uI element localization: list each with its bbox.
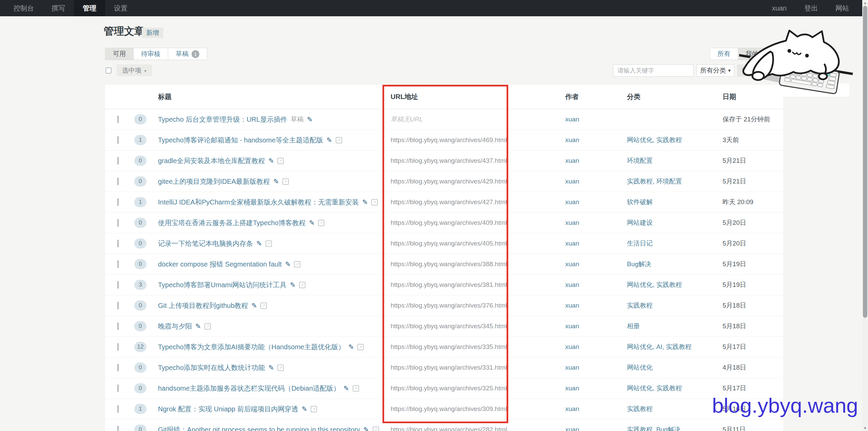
category-links[interactable]: 网站优化, 实践教程: [627, 136, 723, 144]
category-links[interactable]: 网站建设: [627, 218, 723, 227]
external-link-icon[interactable]: ↗: [353, 385, 359, 392]
comment-count-badge[interactable]: 1: [134, 404, 146, 414]
post-title-link[interactable]: Git 上传项目教程到github教程: [158, 301, 248, 310]
external-link-icon[interactable]: ↗: [265, 240, 272, 247]
filter-submit-button[interactable]: 筛选: [737, 64, 760, 77]
post-title-link[interactable]: Typecho添加实时在线人数统计功能: [158, 363, 265, 372]
external-link-icon[interactable]: ↗: [277, 365, 284, 371]
category-links[interactable]: 网站优化, 实践教程: [627, 384, 723, 393]
nav-item[interactable]: 管理: [74, 0, 105, 16]
row-checkbox[interactable]: [117, 157, 119, 164]
add-post-button[interactable]: 新增: [142, 27, 163, 38]
category-select[interactable]: 所有分类 ▾: [696, 64, 734, 77]
row-checkbox[interactable]: [117, 136, 119, 144]
external-link-icon[interactable]: ↗: [294, 261, 300, 268]
author-link[interactable]: xuan: [565, 240, 579, 247]
category-links[interactable]: 环境配置: [627, 156, 723, 165]
edit-pencil-icon[interactable]: ✎: [363, 426, 369, 431]
post-title-link[interactable]: IntelliJ IDEA和PyCharm全家桶最新版永久破解教程：无需重新安装: [158, 198, 359, 207]
category-links[interactable]: 网站优化, 实践教程: [627, 280, 723, 289]
external-link-icon[interactable]: ↗: [204, 323, 211, 330]
post-title-link[interactable]: Typecho博客评论邮箱通知 - handsome等全主题适配版: [158, 136, 323, 145]
edit-pencil-icon[interactable]: ✎: [269, 364, 274, 372]
row-checkbox[interactable]: [117, 178, 119, 185]
edit-pencil-icon[interactable]: ✎: [273, 177, 279, 185]
author-link[interactable]: xuan: [565, 136, 579, 143]
comment-count-badge[interactable]: 0: [134, 425, 146, 431]
scrollbar-down-arrow[interactable]: ▼: [862, 425, 868, 431]
row-checkbox[interactable]: [117, 240, 119, 247]
author-link[interactable]: xuan: [565, 260, 579, 268]
post-title-link[interactable]: 记录一下给笔记本电脑换内存条: [158, 239, 253, 248]
category-links[interactable]: 软件破解: [627, 198, 723, 207]
row-checkbox[interactable]: [117, 116, 119, 123]
author-link[interactable]: xuan: [565, 178, 579, 185]
row-checkbox[interactable]: [117, 281, 119, 289]
comment-count-badge[interactable]: 0: [134, 156, 146, 166]
author-link[interactable]: xuan: [565, 281, 579, 288]
category-links[interactable]: 实践教程: [627, 301, 723, 310]
category-links[interactable]: 实践教程, Bug解决: [627, 425, 723, 431]
row-checkbox[interactable]: [117, 364, 119, 371]
row-checkbox[interactable]: [117, 219, 119, 227]
row-checkbox[interactable]: [117, 322, 119, 330]
nav-item[interactable]: 网站: [827, 0, 858, 16]
edit-pencil-icon[interactable]: ✎: [343, 384, 349, 392]
category-links[interactable]: 生活日记: [627, 239, 723, 248]
comment-count-badge[interactable]: 1: [134, 135, 146, 145]
external-link-icon[interactable]: ↗: [371, 199, 378, 205]
comment-count-badge[interactable]: 0: [134, 238, 146, 249]
scope-tab[interactable]: 所有: [710, 48, 738, 60]
post-title-link[interactable]: Ngrok 配置：实现 Uniapp 前后端项目内网穿透: [158, 405, 298, 414]
nav-item[interactable]: 撰写: [43, 0, 74, 16]
edit-pencil-icon[interactable]: ✎: [285, 260, 291, 268]
comment-count-badge[interactable]: 0: [134, 363, 146, 373]
external-link-icon[interactable]: ↗: [311, 406, 317, 412]
external-link-icon[interactable]: ↗: [277, 158, 284, 164]
author-link[interactable]: xuan: [565, 322, 579, 330]
post-title-link[interactable]: handsome主题添加服务器状态栏实现代码（Debian适配版）: [158, 384, 340, 393]
edit-pencil-icon[interactable]: ✎: [348, 343, 354, 351]
author-link[interactable]: xuan: [565, 302, 579, 309]
comment-count-badge[interactable]: 0: [134, 218, 146, 228]
post-title-link[interactable]: docker compose 报错 Segmentation fault: [158, 260, 282, 269]
external-link-icon[interactable]: ↗: [260, 302, 267, 309]
category-links[interactable]: 实践教程, 环境配置: [627, 177, 723, 186]
post-title-link[interactable]: Typecho 后台文章管理升级：URL显示插件: [158, 115, 287, 124]
comment-count-badge[interactable]: 0: [134, 114, 146, 124]
category-links[interactable]: 相册: [627, 322, 723, 331]
post-title-link[interactable]: Typecho博客为文章添加AI摘要功能（Handsome主题优化版）: [158, 342, 345, 352]
post-title-link[interactable]: 使用宝塔在香港云服务器上搭建Typecho博客教程: [158, 218, 306, 228]
edit-pencil-icon[interactable]: ✎: [301, 405, 307, 413]
row-checkbox[interactable]: [117, 343, 119, 351]
edit-pencil-icon[interactable]: ✎: [290, 281, 296, 289]
nav-item[interactable]: 设置: [105, 0, 136, 16]
select-all-checkbox[interactable]: [105, 67, 112, 74]
author-link[interactable]: xuan: [565, 219, 579, 226]
author-link[interactable]: xuan: [565, 157, 579, 164]
nav-item[interactable]: 控制台: [5, 0, 43, 16]
scope-tab[interactable]: 我的: [738, 48, 766, 60]
status-tab[interactable]: 草稿1: [168, 48, 207, 60]
edit-pencil-icon[interactable]: ✎: [256, 239, 262, 248]
edit-pencil-icon[interactable]: ✎: [362, 198, 368, 206]
post-title-link[interactable]: gradle全局安装及本地仓库配置教程: [158, 156, 265, 165]
row-checkbox[interactable]: [117, 198, 119, 206]
author-link[interactable]: xuan: [565, 385, 579, 392]
category-links[interactable]: 实践教程: [627, 405, 723, 413]
row-checkbox[interactable]: [117, 405, 119, 413]
category-links[interactable]: 网站优化, AI, 实践教程: [627, 342, 723, 351]
author-link[interactable]: xuan: [565, 364, 579, 371]
external-link-icon[interactable]: ↗: [282, 178, 289, 185]
comment-count-badge[interactable]: 1: [134, 197, 146, 207]
author-link[interactable]: xuan: [565, 116, 579, 123]
row-checkbox[interactable]: [117, 385, 119, 392]
edit-pencil-icon[interactable]: ✎: [309, 219, 315, 227]
edit-pencil-icon[interactable]: ✎: [307, 115, 313, 123]
external-link-icon[interactable]: ↗: [318, 220, 324, 226]
nav-item[interactable]: xuan: [763, 0, 795, 16]
row-checkbox[interactable]: [117, 302, 119, 309]
author-link[interactable]: xuan: [565, 426, 579, 431]
status-tab[interactable]: 待审核: [134, 48, 168, 60]
external-link-icon[interactable]: ↗: [336, 137, 342, 143]
